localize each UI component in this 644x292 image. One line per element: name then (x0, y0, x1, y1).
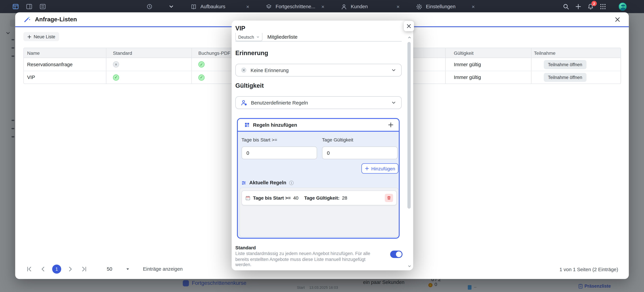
section-heading-erinnerung: Erinnerung (235, 49, 268, 56)
pagination-summary: 1 von 1 Seiten (2 Einträge) (560, 267, 618, 272)
pagination: 1 50 Einträge anzeigen (24, 264, 183, 274)
open-participation-button[interactable]: Teilnahme öffnen (544, 73, 586, 82)
gear-icon (416, 4, 422, 10)
first-page-button[interactable] (24, 264, 34, 274)
tab-close-icon[interactable]: × (321, 4, 324, 9)
column-header-teilnahme: Teilnahme (532, 48, 620, 58)
tab-close-icon[interactable]: × (472, 4, 475, 9)
scroll-up-icon[interactable] (407, 36, 412, 40)
tab-close-icon[interactable]: × (246, 4, 250, 9)
tab-label: Einstellungen (426, 4, 468, 10)
add-icon[interactable] (575, 3, 582, 10)
circle-x-icon (241, 67, 247, 73)
tab-fortgeschrittene[interactable]: Fortgeschrittene... × (260, 0, 335, 13)
scrollbar-thumb[interactable] (407, 42, 411, 209)
modal-close-button[interactable] (612, 14, 623, 25)
first-page-icon (26, 266, 32, 272)
list-name-cell: VIP (24, 71, 106, 83)
search-icon[interactable] (563, 3, 569, 10)
days-until-start-label: Tage bis Start >= (242, 137, 277, 142)
delete-rule-button[interactable] (385, 194, 393, 202)
standard-heading: Standard (235, 245, 256, 250)
check-icon: ✓ (198, 61, 204, 68)
language-value: Deutsch (238, 34, 254, 39)
days-until-start-input[interactable] (242, 147, 317, 159)
tab-einstellungen[interactable]: Einstellungen × (410, 0, 486, 13)
column-header-standard: Standard (106, 48, 192, 58)
last-page-button[interactable] (79, 264, 89, 274)
rule-validity-value: 28 (342, 195, 347, 200)
chevron-right-icon (67, 266, 74, 272)
page-size-label: Einträge anzeigen (143, 266, 183, 272)
dialog-title: VIP (235, 25, 245, 32)
custom-rules-panel: Regeln hinzufügen Tage bis Start >= Tage… (237, 118, 400, 239)
reminder-select[interactable]: Keine Erinnerung (235, 64, 402, 77)
topbar-left-icons (12, 0, 174, 13)
rule-start-label: Tage bis Start >= (253, 195, 291, 200)
current-page[interactable]: 1 (52, 265, 61, 274)
apps-grid-icon[interactable] (600, 3, 606, 10)
list-name-input[interactable]: Mitgliederliste (267, 33, 298, 41)
list-name-cell: Reservationsanfrage (24, 58, 106, 71)
tab-aufbaukurs[interactable]: Aufbaukurs × (185, 0, 260, 13)
new-list-label: Neue Liste (34, 34, 55, 39)
magic-wand-icon (24, 16, 31, 23)
dialog-close-button[interactable] (404, 21, 414, 31)
days-validity-input[interactable] (322, 147, 398, 159)
close-icon (406, 24, 412, 29)
tab-strip: Aufbaukurs × Fortgeschrittene... × Kunde… (185, 0, 486, 13)
column-header-name: Name (24, 48, 106, 58)
avatar[interactable] (618, 3, 627, 11)
current-rules-title: Aktuelle Regeln (250, 180, 286, 186)
rule-item: Tage bis Start >= 40 Tage Gültigkeit: 28 (242, 191, 397, 205)
tab-label: Aufbaukurs (200, 4, 242, 10)
tab-kunden[interactable]: Kunden × (335, 0, 410, 13)
days-validity-label: Tage Gültigkeit (322, 137, 353, 142)
check-icon: ✓ (113, 74, 119, 80)
section-heading-gueltigkeit: Gültigkeit (235, 82, 264, 89)
validity-cell: Immer gültig (446, 58, 532, 71)
trash-icon (386, 195, 391, 200)
new-list-button[interactable]: Neue Liste (24, 32, 59, 41)
blocks-icon (244, 122, 250, 127)
current-rules-header: Aktuelle Regeln i (241, 180, 294, 186)
split-view-icon[interactable] (26, 3, 32, 10)
next-page-button[interactable] (65, 264, 75, 274)
page-size-value: 50 (107, 266, 112, 272)
language-select[interactable]: Deutsch (235, 33, 262, 41)
notifications-button[interactable]: 2 (587, 3, 594, 10)
plus-icon[interactable] (388, 122, 394, 128)
validity-select[interactable]: Benutzerdefinierte Regeln (235, 96, 402, 109)
sliders-icon (241, 180, 246, 185)
topbar-right-icons: 2 (563, 0, 627, 13)
rule-start-value: 40 (293, 195, 298, 200)
tab-close-icon[interactable]: × (396, 4, 400, 9)
page-title: Anfrage-Listen (35, 16, 77, 23)
notification-badge: 2 (592, 1, 597, 6)
scroll-down-icon[interactable] (407, 264, 412, 268)
chevron-down-icon (256, 35, 260, 39)
chevron-down-icon (391, 68, 396, 73)
user-rules-icon (241, 99, 247, 106)
cross-icon: × (113, 61, 119, 68)
rules-panel-title: Regeln hinzufügen (253, 122, 297, 128)
last-page-icon (81, 266, 88, 272)
course-icon (266, 4, 272, 10)
add-rule-button[interactable]: Hinzufügen (362, 163, 398, 174)
chevron-down-icon[interactable] (168, 4, 174, 10)
users-icon (341, 4, 347, 10)
info-icon[interactable]: i (289, 181, 294, 185)
tab-label: Fortgeschrittene... (276, 4, 318, 10)
prev-page-button[interactable] (38, 264, 48, 274)
standard-toggle[interactable] (390, 250, 402, 258)
rules-panel-header[interactable]: Regeln hinzufügen (238, 119, 399, 132)
add-rule-label: Hinzufügen (371, 166, 395, 171)
clock-icon[interactable] (146, 3, 153, 10)
window-grid-icon[interactable] (12, 3, 19, 10)
page-size-select[interactable]: 50 (107, 266, 130, 272)
validity-cell: Immer gültig (446, 71, 532, 83)
validity-value: Benutzerdefinierte Regeln (251, 100, 308, 105)
rule-validity-label: Tage Gültigkeit: (304, 195, 340, 200)
list-view-icon[interactable] (40, 3, 46, 10)
open-participation-button[interactable]: Teilnahme öffnen (544, 60, 586, 69)
